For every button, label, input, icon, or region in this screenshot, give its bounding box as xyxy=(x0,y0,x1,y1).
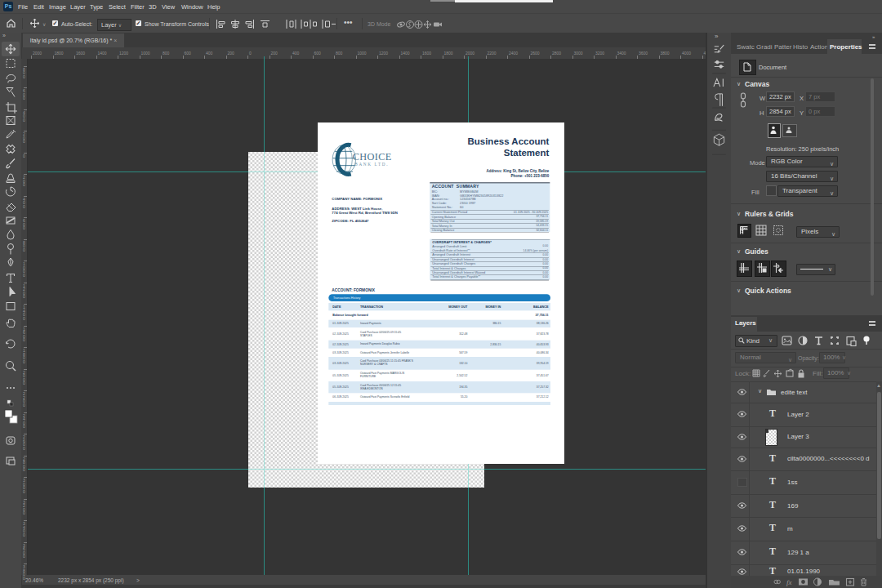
svg-text:fx: fx xyxy=(786,578,792,586)
